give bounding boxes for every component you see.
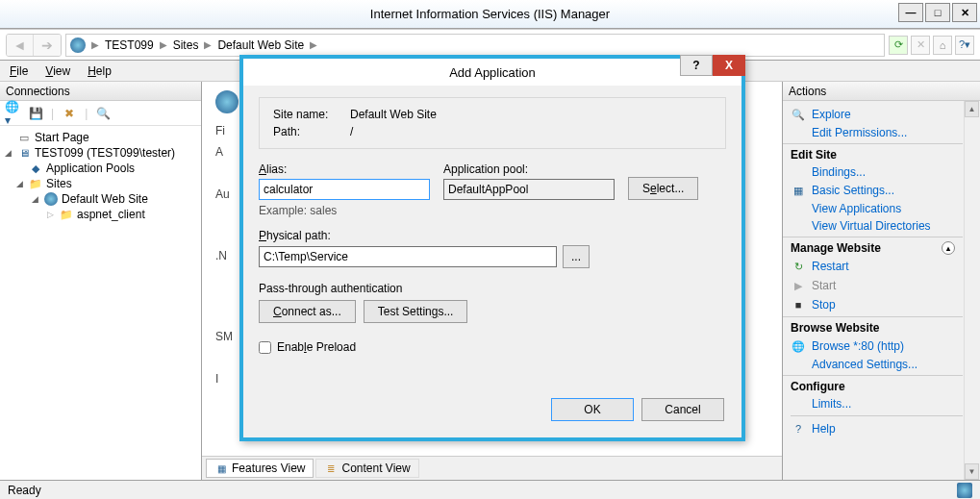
browse-icon: 🌐	[791, 338, 806, 354]
breadcrumb-sites[interactable]: Sites	[173, 38, 199, 52]
site-name-label: Site name:	[273, 108, 350, 121]
chevron-right-icon: ▶	[204, 39, 212, 50]
collapse-icon[interactable]: ◢	[13, 179, 25, 188]
tree-start-page[interactable]: ▭ Start Page	[2, 130, 199, 145]
section-edit-site: Edit Site	[783, 143, 963, 163]
stop-icon[interactable]: ✕	[911, 36, 930, 55]
dialog-body: Site name: Default Web Site Path: / Alia…	[243, 86, 741, 389]
connections-header: Connections	[0, 82, 201, 101]
address-right-icons: ⟳ ✕ ⌂ ?▾	[889, 36, 974, 55]
nav-back-button[interactable]: ◄	[7, 35, 34, 56]
action-bindings[interactable]: Bindings...	[783, 163, 980, 181]
dialog-buttons: ? X	[680, 55, 745, 76]
dialog-close-button[interactable]: X	[713, 55, 745, 76]
action-view-apps[interactable]: View Applications	[783, 200, 980, 217]
action-restart[interactable]: ↻Restart	[783, 257, 980, 276]
features-icon: ▦	[214, 462, 228, 475]
connections-panel: Connections 🌐▾ 💾 | ✖ | 🔍 ▭ Start Page ◢ …	[0, 82, 202, 480]
menu-help[interactable]: Help	[88, 64, 112, 78]
pass-through-label: Pass-through authentication	[259, 282, 726, 295]
physical-path-label: Physical path:	[259, 229, 726, 242]
breadcrumb-server[interactable]: TEST099	[105, 38, 154, 52]
action-basic-settings[interactable]: ▦Basic Settings...	[783, 181, 980, 200]
window-titlebar: Internet Information Services (IIS) Mana…	[0, 0, 980, 29]
physical-path-input[interactable]	[259, 246, 557, 267]
action-advanced-settings[interactable]: Advanced Settings...	[783, 356, 980, 373]
status-bar: Ready	[0, 480, 980, 499]
refresh-icon[interactable]: ⟳	[889, 36, 908, 55]
content-icon: ≣	[324, 462, 338, 475]
ok-button[interactable]: OK	[551, 398, 634, 421]
tree-app-pools[interactable]: ◆ Application Pools	[2, 161, 199, 176]
nav-buttons: ◄ ➔	[6, 34, 62, 57]
actions-scrollbar[interactable]: ▲ ▼	[964, 101, 979, 480]
save-icon[interactable]: 💾	[28, 106, 43, 121]
action-stop[interactable]: ■Stop	[783, 295, 980, 314]
action-help[interactable]: ?Help	[783, 419, 980, 438]
connections-toolbar: 🌐▾ 💾 | ✖ | 🔍	[0, 101, 201, 126]
add-application-dialog: Add Application ? X Site name: Default W…	[239, 55, 745, 441]
sites-icon: 📁	[28, 177, 43, 190]
site-name-value: Default Web Site	[350, 108, 712, 121]
breadcrumb[interactable]: ▶ TEST099 ▶ Sites ▶ Default Web Site ▶	[65, 34, 885, 57]
breadcrumb-site[interactable]: Default Web Site	[217, 38, 304, 52]
home-icon[interactable]: ⌂	[933, 36, 952, 55]
refresh-tree-icon[interactable]: 🔍	[95, 106, 111, 121]
collapse-icon[interactable]: ◢	[29, 194, 40, 204]
action-start[interactable]: ▶Start	[783, 276, 980, 295]
minimize-button[interactable]: —	[898, 3, 923, 22]
globe-icon	[70, 37, 86, 53]
connect-as-button[interactable]: Connect as...	[259, 300, 356, 323]
dialog-footer: OK Cancel	[243, 389, 741, 437]
scroll-down-icon[interactable]: ▼	[965, 463, 979, 480]
tree-sites[interactable]: ◢ 📁 Sites	[2, 176, 199, 191]
connect-icon[interactable]: 🌐▾	[5, 106, 20, 121]
nav-forward-button[interactable]: ➔	[34, 35, 61, 56]
dialog-help-button[interactable]: ?	[680, 55, 713, 76]
maximize-button[interactable]: □	[925, 3, 950, 22]
alias-input[interactable]	[259, 179, 430, 200]
menu-file[interactable]: File	[10, 64, 28, 78]
connections-tree: ▭ Start Page ◢ 🖥 TEST099 (TEST099\tester…	[0, 126, 201, 480]
test-settings-button[interactable]: Test Settings...	[364, 300, 468, 323]
tree-server[interactable]: ◢ 🖥 TEST099 (TEST099\tester)	[2, 145, 199, 161]
action-limits[interactable]: Limits...	[783, 395, 980, 412]
action-explore[interactable]: 🔍Explore	[783, 105, 980, 124]
collapse-icon[interactable]: ▴	[942, 241, 955, 255]
action-edit-permissions[interactable]: Edit Permissions...	[783, 124, 980, 141]
view-tabs: ▦ Features View ≣ Content View	[202, 456, 782, 480]
cancel-button[interactable]: Cancel	[641, 398, 724, 421]
actions-header: Actions	[783, 82, 980, 101]
tree-default-site[interactable]: ◢ Default Web Site	[2, 191, 199, 207]
window-controls: — □ ✕	[898, 3, 977, 22]
collapse-icon[interactable]: ◢	[2, 148, 13, 158]
divider	[791, 415, 963, 416]
alias-label: Alias:	[259, 162, 430, 176]
chevron-right-icon: ▶	[91, 39, 99, 50]
restart-icon: ↻	[791, 259, 806, 274]
help-icon: ?	[791, 421, 806, 437]
status-icon	[957, 483, 972, 498]
section-browse-website: Browse Website	[783, 316, 963, 337]
actions-panel: Actions ▲ ▼ 🔍Explore Edit Permissions...…	[783, 82, 980, 480]
globe-icon	[43, 192, 59, 206]
action-view-vdirs[interactable]: View Virtual Directories	[783, 217, 980, 235]
path-value: /	[350, 125, 712, 138]
dialog-info-box: Site name: Default Web Site Path: /	[259, 97, 726, 149]
remove-icon[interactable]: ✖	[62, 106, 77, 121]
enable-preload-checkbox[interactable]	[259, 341, 271, 354]
pool-field: Application pool:	[443, 162, 615, 200]
status-text: Ready	[8, 484, 41, 497]
scroll-up-icon[interactable]: ▲	[965, 101, 979, 117]
tab-features-view[interactable]: ▦ Features View	[206, 459, 314, 478]
help-dropdown-icon[interactable]: ?▾	[955, 36, 974, 55]
select-pool-button[interactable]: Select...	[628, 177, 698, 200]
close-button[interactable]: ✕	[952, 3, 977, 22]
expand-icon[interactable]: ▷	[44, 210, 56, 219]
menu-view[interactable]: View	[45, 64, 70, 78]
browse-button[interactable]: ...	[563, 245, 590, 268]
tab-content-view[interactable]: ≣ Content View	[315, 459, 418, 478]
tree-aspnet-client[interactable]: ▷ 📁 aspnet_client	[2, 207, 199, 222]
site-home-icon	[215, 90, 239, 113]
action-browse-80[interactable]: 🌐Browse *:80 (http)	[783, 337, 980, 356]
